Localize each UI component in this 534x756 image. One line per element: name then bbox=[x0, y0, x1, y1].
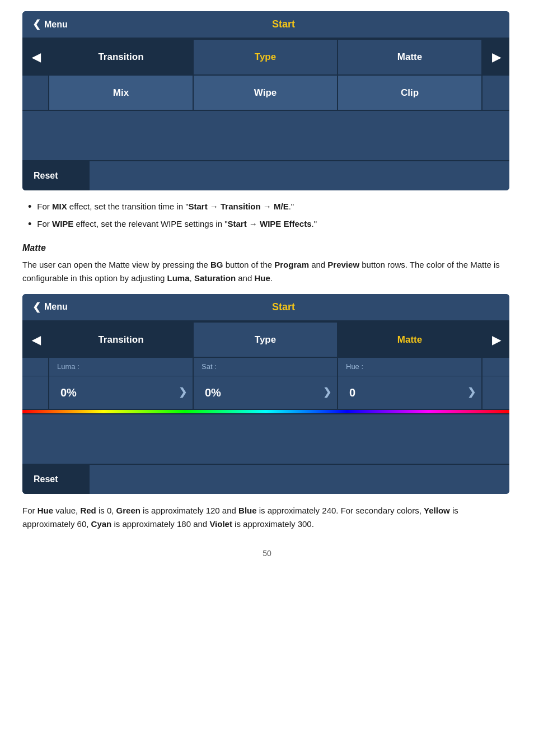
panel-2-spacer2 bbox=[22, 447, 509, 464]
hue-chevron-icon: ❯ bbox=[467, 385, 476, 400]
type-cell-2[interactable]: Type bbox=[194, 323, 338, 357]
prev-arrow-cell[interactable]: ◀ bbox=[22, 40, 49, 74]
panel-1-options-row: Mix Wipe Clip bbox=[22, 74, 509, 110]
value-spacer-left bbox=[22, 376, 49, 409]
panel-2-title: Start bbox=[68, 300, 499, 315]
panel-1-title: Start bbox=[68, 17, 499, 32]
next-arrow-cell[interactable]: ▶ bbox=[483, 40, 509, 74]
panel-1-spacer2 bbox=[22, 143, 509, 160]
bullet-item-1: • For MIX effect, set the transition tim… bbox=[28, 200, 512, 213]
matte-cell[interactable]: Matte bbox=[338, 40, 483, 74]
value-row: 0% ❯ 0% ❯ 0 ❯ bbox=[22, 376, 509, 409]
panel-1-spacer bbox=[22, 110, 509, 143]
options-spacer-right bbox=[483, 76, 509, 110]
color-bar bbox=[22, 409, 509, 413]
panel-1-reset-row: Reset bbox=[22, 160, 509, 190]
hue-label: Hue : bbox=[338, 358, 483, 376]
panel-1-menu[interactable]: ❮ Menu bbox=[32, 17, 68, 32]
clip-cell[interactable]: Clip bbox=[338, 76, 483, 110]
type-cell[interactable]: Type bbox=[194, 40, 338, 74]
right-arrow-icon-2: ▶ bbox=[492, 332, 500, 348]
panel-2-reset-row: Reset bbox=[22, 464, 509, 494]
label-row: Luma : Sat : Hue : bbox=[22, 357, 509, 376]
menu-label: Menu bbox=[44, 18, 68, 31]
chevron-left-icon: ❮ bbox=[32, 17, 41, 32]
panel-1-nav-row: ◀ Transition Type Matte ▶ bbox=[22, 39, 509, 74]
hue-section: For Hue value, Red is 0, Green is approx… bbox=[22, 504, 512, 531]
luma-value-cell[interactable]: 0% ❯ bbox=[49, 376, 194, 409]
panel-2: ❮ Menu Start ◀ Transition Type Matte ▶ L… bbox=[22, 294, 509, 494]
chevron-left-icon-2: ❮ bbox=[32, 300, 41, 315]
matte-cell-2[interactable]: Matte bbox=[338, 323, 483, 357]
prev-arrow-cell-2[interactable]: ◀ bbox=[22, 323, 49, 357]
panel-2-spacer bbox=[22, 413, 509, 447]
reset-button-1[interactable]: Reset bbox=[22, 161, 90, 190]
mix-cell[interactable]: Mix bbox=[49, 76, 194, 110]
menu-label-2: Menu bbox=[44, 300, 68, 314]
bullet-dot-1: • bbox=[28, 200, 31, 213]
panel-2-nav-row: ◀ Transition Type Matte ▶ bbox=[22, 321, 509, 357]
next-arrow-cell-2[interactable]: ▶ bbox=[483, 323, 509, 357]
sat-value: 0% bbox=[205, 384, 221, 401]
luma-label: Luma : bbox=[49, 358, 194, 376]
bullet-dot-2: • bbox=[28, 218, 31, 231]
wipe-cell[interactable]: Wipe bbox=[194, 76, 338, 110]
sat-value-cell[interactable]: 0% ❯ bbox=[194, 376, 338, 409]
luma-value: 0% bbox=[60, 384, 77, 401]
transition-cell[interactable]: Transition bbox=[49, 40, 194, 74]
panel-1-header: ❮ Menu Start bbox=[22, 11, 509, 39]
hue-value-cell[interactable]: 0 ❯ bbox=[338, 376, 483, 409]
sat-chevron-icon: ❯ bbox=[323, 385, 331, 400]
value-spacer-right bbox=[483, 376, 509, 409]
hue-value: 0 bbox=[349, 384, 355, 401]
sat-label: Sat : bbox=[194, 358, 338, 376]
left-arrow-icon: ◀ bbox=[32, 49, 40, 66]
right-arrow-icon: ▶ bbox=[492, 49, 500, 66]
page-number: 50 bbox=[22, 548, 512, 559]
reset-button-2[interactable]: Reset bbox=[22, 465, 90, 494]
left-arrow-icon-2: ◀ bbox=[32, 332, 40, 348]
transition-cell-2[interactable]: Transition bbox=[49, 323, 194, 357]
bullet-section: • For MIX effect, set the transition tim… bbox=[22, 200, 512, 231]
label-spacer-left bbox=[22, 358, 49, 376]
panel-2-header: ❮ Menu Start bbox=[22, 294, 509, 321]
options-spacer-left bbox=[22, 76, 49, 110]
panel-2-menu[interactable]: ❮ Menu bbox=[32, 300, 68, 315]
matte-body: The user can open the Matte view by pres… bbox=[22, 258, 512, 285]
label-spacer-right bbox=[483, 358, 509, 376]
luma-chevron-icon: ❯ bbox=[179, 385, 187, 400]
bullet-item-2: • For WIPE effect, set the relevant WIPE… bbox=[28, 218, 512, 231]
panel-1: ❮ Menu Start ◀ Transition Type Matte ▶ M… bbox=[22, 11, 509, 190]
matte-section: Matte The user can open the Matte view b… bbox=[22, 241, 512, 285]
matte-title: Matte bbox=[22, 241, 512, 255]
